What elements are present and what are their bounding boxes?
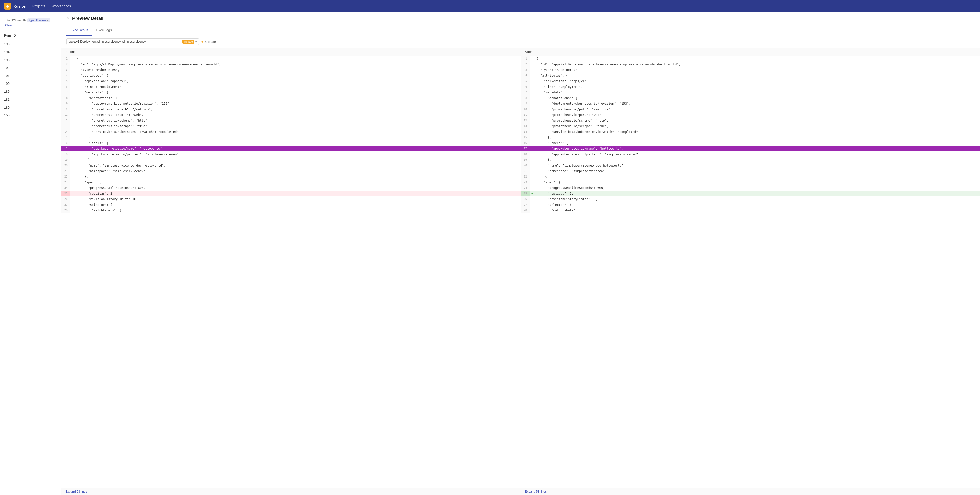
line-number: 23 bbox=[521, 180, 530, 185]
line-number: 10 bbox=[521, 107, 530, 112]
diff-before-side: Before 1{2 "id": "apps/v1:Deployment:sim… bbox=[61, 48, 521, 495]
diff-line: 21 "namespace": "simpleservicenew" bbox=[521, 168, 980, 174]
line-content: }, bbox=[75, 157, 520, 163]
diff-line: 6 "kind": "Deployment", bbox=[521, 84, 980, 89]
line-content: "replicas": 1, bbox=[535, 191, 980, 196]
line-content: "deployment.kubernetes.io/revision": "15… bbox=[75, 101, 520, 107]
sidebar-item[interactable]: 192 bbox=[0, 64, 61, 72]
diff-line: 23 "spec": { bbox=[521, 180, 980, 185]
line-marker bbox=[70, 118, 75, 123]
line-marker bbox=[70, 73, 75, 78]
line-marker bbox=[530, 163, 535, 168]
diff-line: 28 "matchLabels": { bbox=[521, 208, 980, 213]
brand-logo[interactable]: ◆ Kusion bbox=[4, 3, 26, 10]
nav-workspaces[interactable]: Workspaces bbox=[51, 4, 71, 8]
line-marker bbox=[530, 95, 535, 101]
line-number: 20 bbox=[521, 163, 530, 168]
sidebar-item[interactable]: 181 bbox=[0, 96, 61, 104]
diff-line: 16 "labels": { bbox=[521, 140, 980, 146]
line-content: "app.kubernetes.io/part-of": "simpleserv… bbox=[75, 152, 520, 157]
line-number: 27 bbox=[521, 202, 530, 208]
sidebar-item[interactable]: 180 bbox=[0, 104, 61, 111]
diff-line: 3 "type": "Kubernetes", bbox=[61, 67, 520, 73]
line-content: "prometheus.io/path": "/metrics", bbox=[75, 107, 520, 112]
line-number: 17 bbox=[521, 146, 530, 152]
after-code[interactable]: 1{2 "id": "apps/v1:Deployment:simpleserv… bbox=[521, 56, 980, 488]
line-number: 27 bbox=[61, 202, 70, 208]
diff-line: 26 "revisionHistoryLimit": 10, bbox=[61, 196, 520, 202]
line-number: 4 bbox=[61, 73, 70, 78]
line-marker: + bbox=[530, 191, 535, 196]
line-content: "type": "Kubernetes", bbox=[535, 67, 980, 73]
line-marker bbox=[530, 89, 535, 95]
sidebar-item[interactable]: 190 bbox=[0, 80, 61, 88]
line-number: 13 bbox=[61, 123, 70, 129]
line-marker bbox=[70, 101, 75, 107]
diff-line: 3 "type": "Kubernetes", bbox=[521, 67, 980, 73]
line-content: "service.beta.kubernetes.io/watch": "com… bbox=[75, 129, 520, 135]
line-marker bbox=[530, 152, 535, 157]
tab-exec-logs[interactable]: Exec Logs bbox=[92, 25, 116, 35]
sidebar-item[interactable]: 191 bbox=[0, 72, 61, 80]
diff-line: 22 }, bbox=[61, 174, 520, 180]
line-content: "revisionHistoryLimit": 10, bbox=[535, 196, 980, 202]
nav-projects[interactable]: Projects bbox=[32, 4, 45, 8]
line-number: 16 bbox=[61, 140, 70, 146]
sidebar-item[interactable]: 193 bbox=[0, 56, 61, 64]
sidebar-filters: Total 122 results type: Preview ✕ Clear bbox=[0, 16, 61, 32]
dropdown-arrow-icon[interactable]: ▾ bbox=[196, 40, 197, 43]
expand-before[interactable]: Expand 53 lines bbox=[61, 488, 520, 495]
tab-exec-result[interactable]: Exec Result bbox=[66, 25, 92, 35]
before-code[interactable]: 1{2 "id": "apps/v1:Deployment:simpleserv… bbox=[61, 56, 520, 488]
diff-line: 6 "kind": "Deployment", bbox=[61, 84, 520, 89]
filter-tag-close-icon[interactable]: ✕ bbox=[47, 19, 49, 22]
diff-line: 17 "app.kubernetes.io/name": "helloworld… bbox=[521, 146, 980, 152]
diff-line: 14 "service.beta.kubernetes.io/watch": "… bbox=[521, 129, 980, 135]
line-number: 8 bbox=[521, 95, 530, 101]
line-content: "selector": { bbox=[75, 202, 520, 208]
filter-tag-type[interactable]: type: Preview ✕ bbox=[27, 18, 50, 22]
diff-line: 7 "metadata": { bbox=[61, 89, 520, 95]
line-marker bbox=[530, 208, 535, 213]
line-content: "metadata": { bbox=[535, 89, 980, 95]
sidebar-item[interactable]: 155 bbox=[0, 111, 61, 119]
diff-line: 7 "metadata": { bbox=[521, 89, 980, 95]
line-marker bbox=[70, 157, 75, 163]
expand-after[interactable]: Expand 53 lines bbox=[521, 488, 980, 495]
line-content: "id": "apps/v1:Deployment:simpleservicen… bbox=[535, 62, 980, 67]
line-number: 17 bbox=[61, 146, 70, 152]
diff-line: 27 "selector": { bbox=[521, 202, 980, 208]
sidebar-item[interactable]: 189 bbox=[0, 88, 61, 96]
line-number: 14 bbox=[521, 129, 530, 135]
line-number: 26 bbox=[61, 196, 70, 202]
line-marker bbox=[70, 56, 75, 62]
clear-button[interactable]: Clear bbox=[5, 24, 13, 27]
before-header: Before bbox=[61, 48, 520, 56]
resource-selector[interactable]: apps/v1:Deployment:simpleservicenew:simp… bbox=[66, 38, 199, 45]
line-marker bbox=[530, 67, 535, 73]
line-number: 26 bbox=[521, 196, 530, 202]
diff-line: 18 "app.kubernetes.io/part-of": "simples… bbox=[521, 152, 980, 157]
diff-line: 17 "app.kubernetes.io/name": "helloworld… bbox=[61, 146, 520, 152]
line-marker bbox=[70, 112, 75, 118]
line-number: 28 bbox=[521, 208, 530, 213]
logo-icon: ◆ bbox=[4, 3, 11, 10]
line-content: }, bbox=[535, 157, 980, 163]
resource-path-text: apps/v1:Deployment:simpleservicenew:simp… bbox=[68, 40, 181, 43]
line-marker bbox=[70, 89, 75, 95]
line-number: 2 bbox=[61, 62, 70, 67]
sidebar-item[interactable]: 195 bbox=[0, 40, 61, 48]
detail-header: ✕ Preview Detail bbox=[61, 12, 980, 25]
update-badge: Update bbox=[183, 40, 194, 44]
diff-line: 12 "prometheus.io/scheme": "http", bbox=[521, 118, 980, 123]
diff-line: 11 "prometheus.io/port": "web", bbox=[61, 112, 520, 118]
line-marker bbox=[70, 62, 75, 67]
line-number: 9 bbox=[521, 101, 530, 107]
diff-line: 22 }, bbox=[521, 174, 980, 180]
line-number: 4 bbox=[521, 73, 530, 78]
close-icon[interactable]: ✕ bbox=[66, 16, 70, 21]
line-content: "type": "Kubernetes", bbox=[75, 67, 520, 73]
line-content: "apiVersion": "apps/v1", bbox=[535, 78, 980, 84]
diff-line: 20 "name": "simpleservicenew-dev-hellowo… bbox=[61, 163, 520, 168]
sidebar-item[interactable]: 194 bbox=[0, 48, 61, 56]
